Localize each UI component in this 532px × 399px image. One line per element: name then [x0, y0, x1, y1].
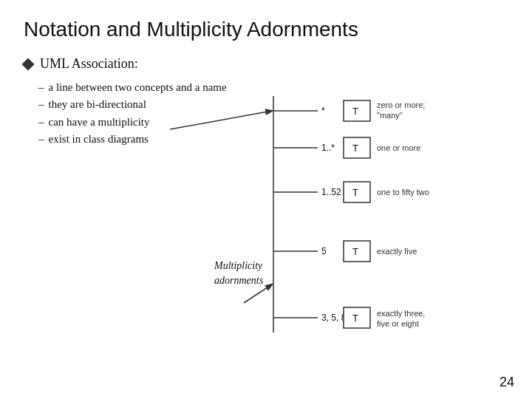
diagram-svg: * T zero or more; "many" 1..* T one or m…: [207, 89, 517, 355]
svg-text:exactly three,: exactly three,: [377, 309, 425, 318]
bullet-text-4: exist in class diagrams: [49, 131, 149, 148]
diagram-area: * T zero or more; "many" 1..* T one or m…: [207, 89, 517, 355]
svg-text:3, 5, 8: 3, 5, 8: [321, 313, 347, 323]
svg-text:*: *: [321, 106, 325, 116]
svg-text:5: 5: [321, 246, 327, 256]
svg-text:1..52: 1..52: [321, 187, 341, 197]
page-title: Notation and Multiplicity Adornments: [24, 18, 508, 41]
svg-text:1..*: 1..*: [321, 143, 335, 153]
svg-text:T: T: [352, 313, 358, 324]
svg-text:T: T: [352, 143, 358, 154]
mult-label-line2: adornments: [214, 273, 263, 288]
svg-text:T: T: [352, 106, 358, 117]
mult-label-line1: Multiplicity: [214, 259, 263, 273]
svg-text:T: T: [352, 187, 358, 198]
svg-text:"many": "many": [377, 111, 403, 120]
uml-header: UML Association:: [24, 56, 508, 72]
bullet-text-3: can have a multiplicity: [49, 114, 150, 131]
svg-text:exactly five: exactly five: [377, 247, 417, 256]
uml-header-text: UML Association:: [40, 56, 138, 72]
bullet-text-2: they are bi-directional: [49, 96, 146, 113]
svg-text:one or more: one or more: [377, 143, 420, 152]
svg-text:T: T: [352, 246, 358, 257]
mult-adornments-label: Multiplicity adornments: [214, 259, 263, 287]
page: Notation and Multiplicity Adornments UML…: [0, 0, 532, 399]
svg-text:one to fifty two: one to fifty two: [377, 188, 429, 197]
svg-text:five or eight: five or eight: [377, 319, 419, 328]
page-number: 24: [499, 375, 514, 390]
bullet-text-1: a line between two concepts and a name: [49, 79, 227, 96]
diamond-icon: [22, 58, 35, 70]
svg-text:zero or more;: zero or more;: [377, 100, 425, 109]
